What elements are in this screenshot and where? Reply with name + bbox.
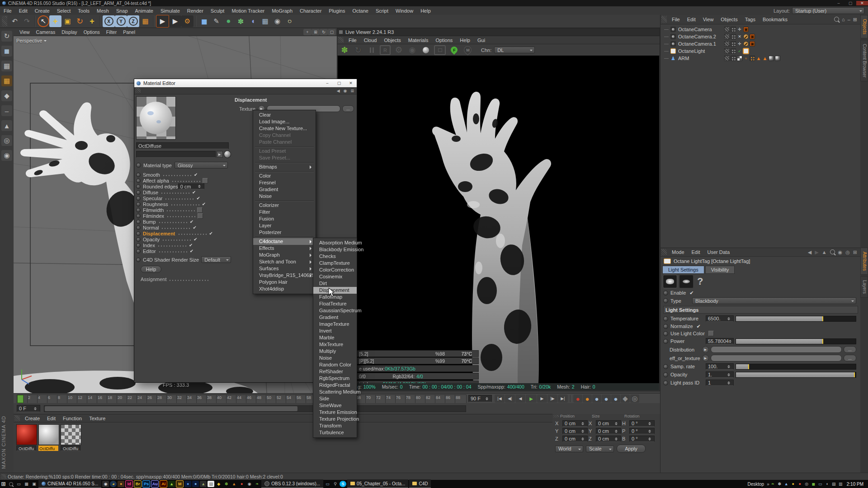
timeline-scrollbar-thumb[interactable] [45, 406, 297, 411]
taskbar-cinema4d-button[interactable]: CINEMA 4D R16.050 S... [38, 479, 101, 488]
channel-row[interactable]: Rounded edges 0 cm [136, 184, 231, 189]
parent-up-icon[interactable]: ▲ [822, 249, 827, 255]
object-name[interactable]: OctaneCamera.2 [678, 34, 723, 39]
normalize-checkbox[interactable]: ✔ [697, 324, 701, 328]
live-viewer-menu-item[interactable]: File [345, 38, 360, 43]
viewport-menu-item[interactable]: Options [80, 29, 103, 35]
submenu-item[interactable]: Turbulence [313, 429, 357, 436]
tab-objects[interactable]: Objects [860, 15, 868, 38]
preset-arrow-button[interactable]: ▶ [217, 151, 223, 158]
y-axis-lock-button[interactable]: Y [115, 15, 127, 27]
taskbar-skype-icon[interactable]: S [340, 481, 346, 487]
material-name-label[interactable]: OctDiffu [16, 446, 36, 451]
eff-browse-button[interactable]: ... [844, 355, 856, 361]
taskbar-chrome-icon[interactable]: ◕ [110, 481, 117, 487]
record-rotation-icon[interactable]: ● [611, 394, 620, 403]
tray-icon-1[interactable]: ❧ [769, 481, 776, 487]
octane-objecttag-icon[interactable]: ▲ [756, 56, 761, 61]
menu-item[interactable]: Mesh [93, 8, 113, 14]
taskbar-3dsmax-icon[interactable]: ◉ [102, 481, 109, 487]
record-scale-icon[interactable]: ● [602, 394, 611, 403]
menu-item[interactable]: Simulate [157, 8, 184, 14]
octane-camera-tag-icon[interactable]: ▣ [750, 34, 755, 39]
play-button[interactable]: ▶ [526, 394, 537, 403]
octane-camera-tag-icon[interactable]: ▣ [743, 27, 749, 32]
samp-rate-field[interactable]: 100. [706, 363, 734, 370]
context-menu-item[interactable]: Bitmaps [253, 164, 316, 170]
channel-label[interactable]: Diffuse [143, 190, 158, 195]
texture-tag-icon[interactable] [769, 56, 774, 61]
channel-checkbox[interactable] [196, 196, 202, 201]
submenu-item[interactable]: Multiply [313, 348, 357, 355]
taskbar-obs-button[interactable]: OBS 0.12.3 (windows)... [261, 479, 323, 488]
live-viewer-menu-item[interactable]: Options [432, 38, 456, 43]
menu-item[interactable]: Select [53, 8, 75, 14]
workplane-mode-icon[interactable]: ▦ [1, 75, 12, 86]
preview-sphere-button[interactable] [224, 150, 231, 158]
render-size-dropdown[interactable]: Default [201, 256, 231, 263]
viewport-zoom-icon[interactable]: ⊞ [311, 29, 320, 35]
context-menu-item[interactable]: Paste Channel [253, 139, 316, 145]
eff-texture-field[interactable] [711, 355, 842, 361]
layout-dropdown[interactable]: Startup (User) [792, 7, 864, 14]
menu-item[interactable]: Edit [15, 8, 31, 14]
tray-icon-3[interactable]: ▲ [783, 481, 790, 487]
material-ball-icon[interactable] [420, 44, 431, 56]
attributes-grip[interactable] [661, 249, 667, 255]
object-name[interactable]: OctaneCamera [678, 27, 723, 32]
visibility-toggle-icon[interactable] [724, 48, 730, 54]
apply-button[interactable]: Apply [617, 445, 646, 453]
submenu-item[interactable]: FloatTexture [313, 300, 357, 307]
channel-label[interactable]: Opacity [143, 237, 160, 242]
channel-label[interactable]: Filmwidth [143, 207, 164, 213]
visibility-toggle-icon[interactable] [724, 34, 730, 39]
rot-p-field[interactable]: 0 ° [629, 428, 655, 434]
camera-create-icon[interactable]: ◉ [271, 15, 283, 27]
submenu-item[interactable]: ColorCorrection [313, 267, 357, 273]
channel-checkbox[interactable] [198, 213, 203, 219]
channel-label[interactable]: Filmindex [143, 213, 164, 219]
context-menu-item[interactable]: Posterizer [253, 229, 316, 236]
render-dots-icon[interactable] [731, 27, 736, 32]
taskbar-aftereffects-icon[interactable]: ● [192, 481, 199, 487]
octane-render-view[interactable]: [5.2] %98 73°C [P][5.2] %99 70°C e used/… [338, 56, 659, 384]
menu-item[interactable]: MoGraph [268, 8, 296, 14]
channel-animation-dot[interactable] [136, 243, 141, 248]
taskbar-pin-icon[interactable]: ◆ [215, 481, 222, 487]
material-thumbnail[interactable]: OctDiffu [61, 424, 81, 451]
tray-keyboard-icon[interactable]: ▤ [830, 481, 837, 487]
size-z-field[interactable]: 0 cm [596, 436, 621, 442]
context-menu-item[interactable]: Noise [253, 193, 316, 200]
menu-item[interactable]: Tools [74, 8, 93, 14]
material-manager-grip[interactable] [14, 415, 20, 421]
pause-render-icon[interactable] [366, 44, 377, 56]
channel-checkbox[interactable] [192, 190, 198, 195]
material-thumbnail[interactable]: OctDiffu [16, 424, 37, 451]
power-slider[interactable] [736, 338, 856, 344]
object-row[interactable]: OctaneCamera.2 ✕ ▣ [660, 33, 861, 40]
submenu-item[interactable]: SineWave [313, 402, 357, 409]
live-viewer-grip[interactable] [338, 37, 344, 43]
start-button[interactable]: ⊞ [0, 481, 7, 487]
scale-tool-icon[interactable]: ▣ [61, 15, 74, 27]
render-dots-icon[interactable] [731, 41, 736, 47]
taskbar-nuke-icon[interactable]: ● [118, 481, 124, 487]
snap-settings-icon[interactable]: ◉ [1, 150, 12, 161]
render-dots-icon[interactable] [731, 56, 736, 61]
object-row[interactable]: OctaneLight ✓ [660, 47, 861, 55]
visibility-toggle-icon[interactable] [724, 41, 730, 47]
me-panel-menu-icon[interactable]: ⊞ [350, 89, 354, 93]
channel-checkbox[interactable] [189, 219, 196, 225]
live-viewer-menu-item[interactable]: Help [456, 38, 474, 43]
end-frame-field[interactable]: 90 F [468, 395, 492, 402]
weight-tag-icon[interactable] [750, 56, 755, 61]
context-menu-item[interactable]: Color [253, 173, 316, 179]
home-icon[interactable]: ⌂ [842, 17, 845, 23]
redo-icon[interactable]: ↷ [21, 15, 33, 27]
channel-animation-dot[interactable] [136, 237, 141, 242]
live-viewer-titlebar[interactable]: Live Viewer 2.24.1 R3 [337, 28, 660, 36]
channel-row[interactable]: Affect alpha [136, 178, 231, 183]
help-question-icon[interactable]: ? [697, 276, 703, 287]
channel-checkbox[interactable] [189, 249, 196, 254]
keyframe-selection-icon[interactable]: ◎ [630, 394, 639, 403]
